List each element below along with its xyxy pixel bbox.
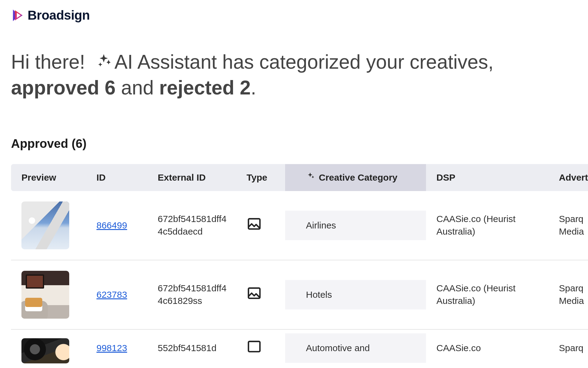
col-id: ID (86, 172, 147, 183)
cell-dsp: CAASie.co (Heurist Australia) (426, 204, 548, 246)
sparkle-icon (306, 172, 315, 183)
creative-id-link[interactable]: 623783 (96, 289, 127, 300)
cell-id: 866499 (86, 211, 147, 240)
table-header-row: Preview ID External ID Type Creative Cat… (11, 164, 588, 191)
cell-type (236, 277, 285, 313)
cell-dsp: CAASie.co (Heurist Australia) (426, 274, 548, 316)
cell-id: 623783 (86, 280, 147, 310)
headline-approved: approved 6 (11, 77, 115, 99)
approved-table: Preview ID External ID Type Creative Cat… (11, 164, 588, 366)
table-row: 623783 672bf541581dff44c61829ss Hotels C… (11, 260, 588, 330)
cell-creative-category: Airlines (285, 211, 426, 240)
col-dsp: DSP (426, 172, 548, 183)
cell-preview (11, 193, 86, 258)
approved-section-title: Approved (6) (11, 137, 588, 151)
brand-logo: Broadsign (11, 8, 588, 23)
image-type-icon (247, 346, 262, 356)
sparkle-icon (96, 50, 113, 75)
col-external-id: External ID (147, 172, 236, 183)
headline-end: . (251, 77, 256, 99)
table-row: 866499 672bf541581dff44c5ddaecd Airlines… (11, 191, 588, 260)
brand-logo-mark (11, 9, 24, 22)
col-advertiser: Advert (548, 172, 588, 183)
headline-joiner: and (115, 77, 159, 99)
page-headline: Hi there! AI Assistant has categorized y… (11, 50, 581, 101)
cell-advertiser: Sparq Media (548, 204, 588, 246)
creative-id-link[interactable]: 998123 (96, 343, 127, 353)
headline-greeting: Hi there! (11, 51, 85, 73)
cell-preview (11, 262, 86, 327)
cell-advertiser: Sparq Media (548, 274, 588, 316)
cell-creative-category: Hotels (285, 280, 426, 310)
image-type-icon (247, 293, 262, 303)
creative-id-link[interactable]: 866499 (96, 220, 127, 230)
col-preview: Preview (11, 172, 86, 183)
cell-external-id: 552bf541581d (147, 333, 236, 363)
svg-rect-5 (248, 341, 260, 351)
brand-logo-text: Broadsign (28, 8, 90, 23)
preview-thumbnail[interactable] (21, 201, 69, 249)
cell-advertiser: Sparq (548, 333, 588, 363)
preview-thumbnail[interactable] (21, 338, 69, 363)
col-creative-category: Creative Category (285, 164, 426, 191)
headline-rejected: rejected 2 (159, 77, 251, 99)
cell-external-id: 672bf541581dff44c5ddaecd (147, 204, 236, 246)
table-row: 998123 552bf541581d Automotive and CAASi… (11, 330, 588, 366)
col-type: Type (236, 172, 285, 183)
cell-type (236, 330, 285, 366)
preview-thumbnail[interactable] (21, 271, 69, 319)
col-creative-category-label: Creative Category (319, 172, 398, 183)
image-type-icon (247, 223, 262, 233)
cell-preview (11, 333, 86, 363)
cell-dsp: CAASie.co (426, 333, 548, 363)
cell-id: 998123 (86, 333, 147, 363)
headline-middle: AI Assistant has categorized your creati… (115, 51, 494, 73)
cell-type (236, 208, 285, 243)
cell-external-id: 672bf541581dff44c61829ss (147, 274, 236, 316)
cell-creative-category: Automotive and (285, 333, 426, 363)
